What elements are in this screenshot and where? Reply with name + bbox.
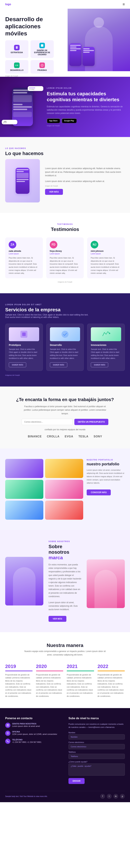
about-btn[interactable]: VER MÁS <box>48 616 66 622</box>
about-section: SOBRE NOSOTROS Sobre nosotrosmarca En es… <box>0 530 130 632</box>
timeline-year-2: 2021 <box>67 663 94 669</box>
testimonial-card-1: FD freya disney Lorem Ipsum Peut être vi… <box>46 237 84 278</box>
testimonials-grid: ZA zada almeda Lorem Ipsum Peut être vie… <box>5 237 125 278</box>
avatar-0: ZA <box>9 241 16 248</box>
what-image <box>5 159 40 203</box>
service-illus-1 <box>50 327 80 341</box>
social-facebook[interactable]: f <box>100 794 105 799</box>
portfolio-item-4[interactable] <box>5 501 43 520</box>
what-tag: LO QUE HACEMOS <box>5 147 125 149</box>
timeline-year-1: 2020 <box>36 663 63 669</box>
portfolio-grid <box>5 459 83 520</box>
phone-label: Teléfono <box>68 751 125 753</box>
portfolio-item-3[interactable] <box>45 480 83 499</box>
services-tag: LOREM IPSUM DOLOR SIT AMET <box>5 304 125 306</box>
contact-office-label: OFICINA <box>12 731 57 733</box>
testimonial-role-0: Lorem Ipsum <box>9 253 39 255</box>
what-text-2: Lorem ipsum dolor sit amet, consectetur … <box>45 180 125 183</box>
portfolio-desc: Lorem ipsum dolor sit amet, consectetur … <box>87 468 125 485</box>
timeline-bar-1 <box>36 671 63 671</box>
test-icon <box>39 63 45 68</box>
timeline-text-2: Proponiéndole de gestión de calidad: pri… <box>67 673 94 698</box>
stim-title: Estimula tus capacidades cognitivas mien… <box>47 91 125 102</box>
social-linkedin[interactable]: in <box>113 794 118 799</box>
portfolio-item-2[interactable] <box>5 480 43 499</box>
phone-input[interactable] <box>68 754 125 759</box>
stim-float-top: ★★★★★ 4.9 rating <box>28 86 43 91</box>
email-input[interactable] <box>68 744 125 749</box>
hero-source: imagen de Freepik <box>5 75 64 77</box>
services-section: LOREM IPSUM DOLOR SIT AMET Servicios de … <box>0 293 130 386</box>
footer-grid: Ponerse en contacto GRATIS PARA NOSOTROS… <box>5 717 125 784</box>
portfolio-item-5[interactable] <box>45 501 83 520</box>
timeline-item-1: 2020 Proponiéndole de gestión de calidad… <box>36 663 63 698</box>
avatar-1: FD <box>50 241 57 248</box>
message-label: ¿Cómo puedo ayuda? <box>68 761 125 763</box>
portfolio-item-0[interactable] <box>5 459 43 478</box>
stim-float-bottom: ↑ 24% growth <box>2 120 17 124</box>
portfolio-item-1[interactable] <box>45 459 83 478</box>
nav-menu-icon[interactable]: ≡ <box>123 2 125 7</box>
service-card-1: Desarrollo Sample text. Click to select … <box>46 324 84 371</box>
timeline-item-0: 2019 Proponiéndole de gestión de calidad… <box>5 663 33 698</box>
contact-gift-value: Lorem ipsum dolor sit amet amet <box>12 725 40 727</box>
trabajais-form-row: OBTÉN UN PRESUPUESTO <box>22 419 108 425</box>
testimonial-text-1: Peut être vient-il bien loin. Si dépendr… <box>50 256 80 275</box>
name-label: Nombre <box>68 732 125 734</box>
message-input[interactable] <box>68 764 125 776</box>
hero-card-design[interactable]: DISEÑO DE EXPERIENCIA DE USUARIO <box>31 40 54 58</box>
portfolio-layout: NUESTRO PORTAFOLIO nuestro portafolio Lo… <box>5 459 125 520</box>
services-title: Servicios de la empresa <box>5 307 125 313</box>
location-icon <box>5 731 10 736</box>
service-btn-1[interactable]: SABER MÁS <box>50 362 67 367</box>
what-btn[interactable]: VER MÁS <box>45 189 63 195</box>
trabajais-text: Faucibus a pellentesque ut tortor posuer… <box>22 405 108 415</box>
svg-point-3 <box>62 331 68 338</box>
about-title: Sobre nosotrosmarca <box>48 544 82 560</box>
form-submit-btn[interactable]: ENVIAR <box>68 778 85 784</box>
social-links: f t in p <box>100 794 125 799</box>
service-btn-2[interactable]: SABER MÁS <box>91 362 108 367</box>
service-card-2: Innovaciones Sample text. Click to selec… <box>87 324 125 371</box>
googleplay-badge[interactable]: Google Play <box>62 118 76 123</box>
social-twitter[interactable]: t <box>107 794 111 799</box>
service-title-0: Prototipos <box>9 344 39 346</box>
social-pinterest[interactable]: p <box>120 794 125 799</box>
service-text-0: Sample text. Click to select the Click a… <box>9 348 39 360</box>
what-we-do-section: LO QUE HACEMOS Lo que hacemos <box>0 137 130 213</box>
appstore-badge[interactable]: App Store <box>47 118 60 123</box>
portfolio-tag: NUESTRO PORTAFOLIO <box>87 459 125 461</box>
brand-evga: EVGA <box>65 435 73 438</box>
footer-form-col: Sube de nivel tu marca Puede comunicarse… <box>68 717 125 784</box>
hero-card-test[interactable]: PRUEBAS <box>31 60 54 73</box>
hero-card-label-0: ESTRATEGIA <box>11 52 23 54</box>
hero-cards: ESTRATEGIA DISEÑO DE EXPERIENCIA DE USUA… <box>5 40 54 73</box>
trabajais-submit-btn[interactable]: OBTÉN UN PRESUPUESTO <box>74 419 108 425</box>
stim-content: LOREM IPSUM DOLOR Estimula tus capacidad… <box>47 87 125 127</box>
hero-card-dev[interactable]: DESARROLLO <box>5 60 28 73</box>
stim-text: Estimula tus capacidades cognitivas mien… <box>47 105 125 115</box>
footer-copy: Sample body text. Visit Your Website to … <box>5 796 47 797</box>
footer-contact-title: Ponerse en contacto <box>5 717 62 720</box>
portfolio-btn[interactable]: CONOCER MÁS <box>87 490 111 495</box>
name-input[interactable] <box>68 734 125 740</box>
brands-list: BINANCE CROLLA EVGA TESLA SONY <box>5 435 125 438</box>
footer-form-desc: Puede comunicarse con nosotros en cualqu… <box>68 723 125 729</box>
testimonials-tag: TESTIMONIOS <box>5 223 125 225</box>
what-source: imagen de Freepik <box>45 185 125 187</box>
testimonial-card-0: ZA zada almeda Lorem Ipsum Peut être vie… <box>5 237 43 278</box>
navbar: logo ≡ <box>0 0 130 9</box>
stim-tag: LOREM IPSUM DOLOR <box>47 87 125 89</box>
confiado-label: confiado por los mejores equipos del mun… <box>22 428 108 431</box>
hero-section: Desarrollo de aplicaciones móviles ESTRA… <box>0 9 130 77</box>
hero-card-strategy[interactable]: ESTRATEGIA <box>5 40 28 58</box>
service-btn-0[interactable]: SABER MÁS <box>9 362 26 367</box>
testimonials-title: Testimonios <box>5 226 125 232</box>
footer-bottom: Sample body text. Visit Your Website to … <box>5 791 125 799</box>
trabajais-email-input[interactable] <box>22 419 73 425</box>
dev-icon <box>14 63 20 68</box>
timeline-text-3: Proponiéndole de gestión de calidad: pri… <box>98 673 125 698</box>
nav-logo[interactable]: logo <box>5 3 11 6</box>
design-icon <box>39 43 45 48</box>
contact-gift-label: GRATIS PARA NOSOTROS <box>12 723 40 725</box>
